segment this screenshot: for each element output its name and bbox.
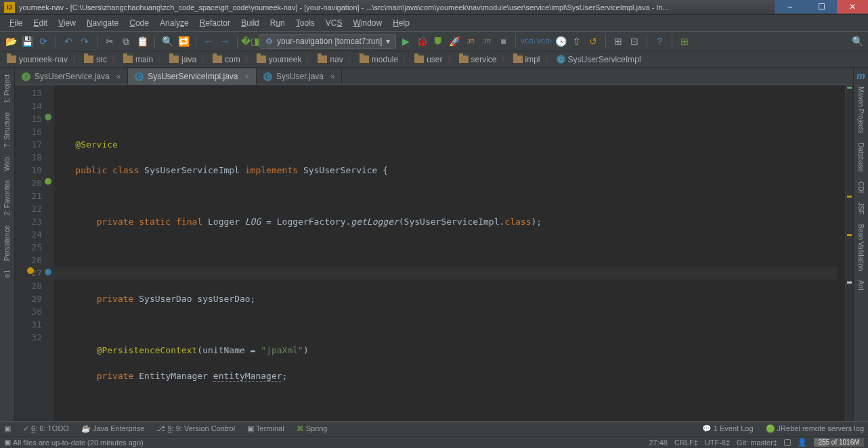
menu-run[interactable]: Run xyxy=(265,17,290,29)
tw-cdi[interactable]: CDI xyxy=(857,177,865,197)
tw-spring[interactable]: ⌘ Spring xyxy=(297,424,328,433)
crumb-service[interactable]: service xyxy=(456,55,500,64)
tw-structure[interactable]: 7: Structure xyxy=(3,108,11,152)
menu-code[interactable]: Code xyxy=(124,17,154,29)
tab-sysuserservice[interactable]: I SysUserService.java × xyxy=(15,68,128,85)
jrebel-run-icon[interactable]: 🚀 xyxy=(448,35,461,48)
crumb-user[interactable]: user xyxy=(412,55,445,64)
tw-e1[interactable]: e1 xyxy=(3,266,11,282)
error-stripe[interactable] xyxy=(845,85,853,421)
crumb-com[interactable]: com xyxy=(210,55,243,64)
crumb-impl[interactable]: impl xyxy=(511,55,543,64)
close-tab-icon[interactable]: × xyxy=(330,72,334,81)
menu-edit[interactable]: Edit xyxy=(28,17,53,29)
jrebel-icon[interactable]: JR xyxy=(480,35,494,48)
back-icon[interactable]: ← xyxy=(202,35,215,48)
sync-icon[interactable]: ⟳ xyxy=(37,35,50,48)
menu-build[interactable]: Build xyxy=(236,17,265,29)
paste-icon[interactable]: 📋 xyxy=(135,35,149,48)
tw-eventlog[interactable]: 💬 1 Event Log xyxy=(702,424,754,433)
menu-navigate[interactable]: Navigate xyxy=(81,17,124,29)
structure-icon[interactable]: ⊞ xyxy=(611,35,625,48)
gutter[interactable]: 1314151617181920212223242526272829303132 xyxy=(15,85,54,421)
encoding[interactable]: UTF-8‡ xyxy=(705,439,730,447)
menu-refactor[interactable]: Refactor xyxy=(194,17,236,29)
tw-database[interactable]: Database xyxy=(857,139,865,176)
menu-tools[interactable]: Tools xyxy=(290,17,320,29)
tw-project[interactable]: 1: Project xyxy=(3,70,11,107)
implements-icon[interactable] xyxy=(43,112,53,122)
tw-javaee[interactable]: ☕ Java Enterprise xyxy=(81,424,145,433)
maven-icon[interactable]: m xyxy=(856,70,865,81)
crumb-nav[interactable]: nav xyxy=(315,55,345,64)
jrebel-panel-icon[interactable]: ⊞ xyxy=(678,35,691,48)
close-tab-icon[interactable]: × xyxy=(116,72,121,81)
maximize-button[interactable]: ☐ xyxy=(806,0,837,14)
run-icon[interactable]: ▶ xyxy=(399,35,412,48)
open-icon[interactable]: 📂 xyxy=(4,35,18,48)
tw-beanval[interactable]: Bean Validation xyxy=(857,220,865,275)
inspection-icon[interactable]: 👤 xyxy=(798,438,807,447)
settings-icon[interactable]: ⊡ xyxy=(628,35,641,48)
menu-window[interactable]: Window xyxy=(347,17,387,29)
vcs-push-icon[interactable]: ⇧ xyxy=(570,35,584,48)
cut-icon[interactable]: ✂ xyxy=(103,35,116,48)
bean-icon[interactable] xyxy=(43,177,53,186)
lock-icon[interactable] xyxy=(784,439,791,446)
forward-icon[interactable]: → xyxy=(218,35,232,48)
code-editor[interactable]: 1314151617181920212223242526272829303132… xyxy=(15,85,853,421)
tw-todo[interactable]: ✓ 6: 6: TODO xyxy=(23,424,69,433)
cursor-position[interactable]: 27:48 xyxy=(649,439,668,447)
menu-vcs[interactable]: VCS xyxy=(320,17,348,29)
vcs-commit-icon[interactable]: VCS↑ xyxy=(538,35,551,48)
minimize-button[interactable]: ‒ xyxy=(775,0,806,14)
tab-sysuserserviceimpl[interactable]: C SysUserServiceImpl.java × xyxy=(128,68,257,85)
copy-icon[interactable]: ⧉ xyxy=(119,35,133,48)
make-icon[interactable]: �◨ xyxy=(243,35,257,48)
tw-quick-icon[interactable]: ▣ xyxy=(4,424,11,433)
find-icon[interactable]: 🔍 xyxy=(160,35,174,48)
crumb-class[interactable]: CSysUserServiceImpl xyxy=(554,55,644,64)
menu-view[interactable]: View xyxy=(53,17,81,29)
tw-favorites[interactable]: 2: Favorites xyxy=(3,176,11,219)
override-icon[interactable] xyxy=(43,267,53,277)
search-everywhere-icon[interactable]: 🔍 xyxy=(850,35,864,48)
crumb-project[interactable]: youmeek-nav xyxy=(4,55,70,64)
menu-help[interactable]: Help xyxy=(387,17,415,29)
replace-icon[interactable]: 🔁 xyxy=(177,35,190,48)
save-all-icon[interactable]: 💾 xyxy=(20,35,34,48)
git-branch[interactable]: Git: master‡ xyxy=(737,439,777,447)
tw-web[interactable]: Web xyxy=(3,153,11,175)
close-tab-icon[interactable]: × xyxy=(245,72,249,81)
crumb-src[interactable]: src xyxy=(81,55,110,64)
tab-sysuser[interactable]: C SysUser.java × xyxy=(257,68,342,85)
tw-persistence[interactable]: Persistence xyxy=(3,221,11,265)
help-icon[interactable]: ? xyxy=(653,35,666,48)
menu-analyze[interactable]: Analyze xyxy=(154,17,194,29)
vcs-history-icon[interactable]: 🕓 xyxy=(554,35,567,48)
crumb-youmeek[interactable]: youmeek xyxy=(254,55,305,64)
vcs-revert-icon[interactable]: ↺ xyxy=(586,35,600,48)
tw-jsf[interactable]: JSF xyxy=(857,198,865,219)
line-separator[interactable]: CRLF‡ xyxy=(674,439,698,447)
tw-vcs[interactable]: ⎇ 9: 9: Version Control xyxy=(156,424,235,433)
close-button[interactable]: ✕ xyxy=(837,0,868,14)
crumb-module[interactable]: module xyxy=(357,55,401,64)
undo-icon[interactable]: ↶ xyxy=(62,35,75,48)
bulb-icon[interactable] xyxy=(26,266,35,275)
vcs-update-icon[interactable]: VCS↓ xyxy=(521,35,535,48)
crumb-main[interactable]: main xyxy=(121,55,156,64)
memory-indicator[interactable]: 255 of 1016M xyxy=(814,438,864,447)
menu-file[interactable]: File xyxy=(4,17,28,29)
run-config-dropdown[interactable]: ⚙ your-navigation [tomcat7:run] ▾ xyxy=(259,34,396,49)
stop-icon[interactable]: ■ xyxy=(496,35,510,48)
status-icon[interactable]: ▣ xyxy=(4,438,11,447)
tw-maven[interactable]: Maven Projects xyxy=(857,83,865,137)
crumb-java[interactable]: java xyxy=(167,55,199,64)
code-area[interactable]: @Service public class SysUserServiceImpl… xyxy=(54,85,845,421)
coverage-icon[interactable]: ⛊ xyxy=(431,35,445,48)
tw-jrebel-log[interactable]: 🟢 JRebel remote servers log xyxy=(766,424,864,433)
tw-terminal[interactable]: ▣ Terminal xyxy=(247,424,284,433)
redo-icon[interactable]: ↷ xyxy=(78,35,91,48)
warn-marker[interactable] xyxy=(847,234,852,236)
